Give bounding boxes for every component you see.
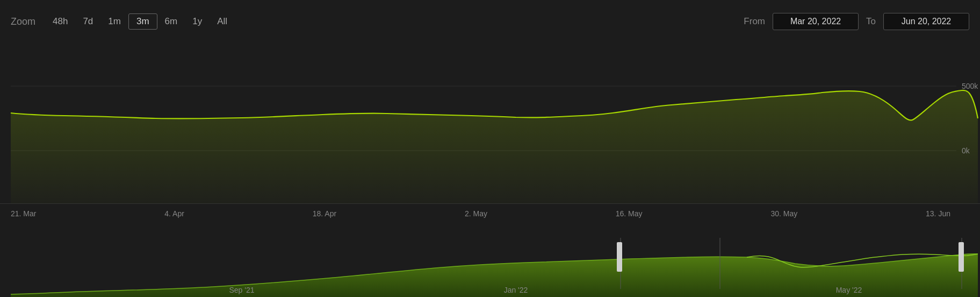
zoom-1y[interactable]: 1y	[185, 14, 210, 29]
zoom-1m[interactable]: 1m	[100, 14, 128, 29]
nav-label-sep21: Sep '21	[229, 286, 254, 294]
zoom-all[interactable]: All	[210, 14, 235, 29]
nav-label-jan22: Jan '22	[504, 286, 528, 294]
xaxis-label-0: 21. Mar	[11, 209, 36, 218]
chart-container: Zoom 48h 7d 1m 3m 6m 1y All From To	[0, 0, 980, 297]
xaxis-label-4: 16. May	[616, 209, 643, 218]
xaxis-label-2: 18. Apr	[313, 209, 336, 218]
main-chart-svg: 500k 0k	[0, 43, 980, 203]
zoom-48h[interactable]: 48h	[45, 14, 75, 29]
xaxis-label-3: 2. May	[465, 209, 487, 218]
from-date-input[interactable]	[773, 13, 859, 30]
xaxis-label-6: 13. Jun	[926, 209, 950, 218]
from-label: From	[744, 16, 765, 27]
range-section: From To	[744, 13, 969, 30]
zoom-7d[interactable]: 7d	[75, 14, 100, 29]
main-chart: 500k 0k	[0, 43, 980, 203]
to-date-input[interactable]	[883, 13, 969, 30]
xaxis-label-5: 30. May	[770, 209, 797, 218]
nav-label-may22: May '22	[836, 286, 862, 294]
nav-svg: Sep '21 Jan '22 May '22	[0, 227, 980, 297]
to-label: To	[866, 16, 876, 27]
zoom-3m[interactable]: 3m	[128, 13, 157, 30]
right-handle[interactable]	[959, 242, 964, 272]
left-handle[interactable]	[617, 242, 622, 272]
toolbar: Zoom 48h 7d 1m 3m 6m 1y All From To	[0, 0, 980, 43]
zoom-label: Zoom	[11, 16, 35, 27]
xaxis-labels: 21. Mar 4. Apr 18. Apr 2. May 16. May 30…	[11, 209, 950, 218]
xaxis-label-1: 4. Apr	[164, 209, 184, 218]
y-label-0k: 0k	[962, 146, 970, 155]
xaxis-bar: 21. Mar 4. Apr 18. Apr 2. May 16. May 30…	[0, 203, 980, 227]
navigator[interactable]: Sep '21 Jan '22 May '22	[0, 227, 980, 297]
y-label-500k: 500k	[962, 82, 978, 90]
zoom-6m[interactable]: 6m	[157, 14, 185, 29]
